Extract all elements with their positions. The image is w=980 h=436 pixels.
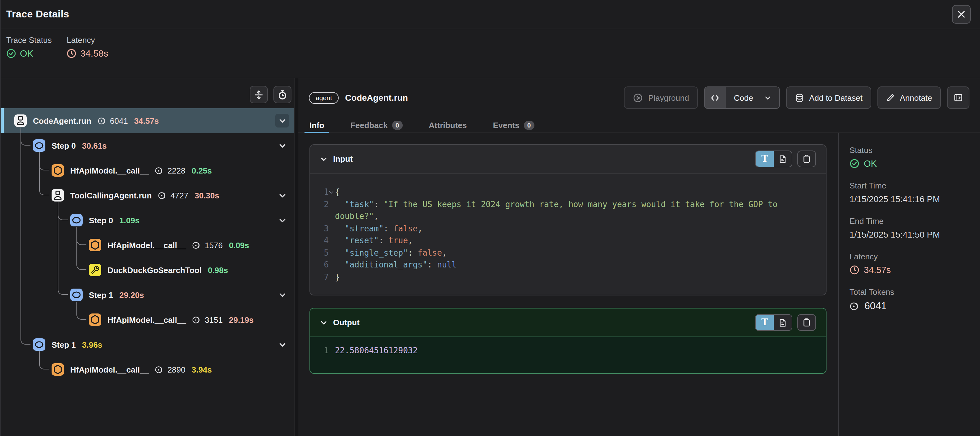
llm-icon bbox=[52, 363, 64, 376]
span-tree-row[interactable]: Step 129.20s bbox=[1, 283, 294, 307]
span-latency: 0.09s bbox=[229, 240, 249, 250]
span-name: Step 1 bbox=[89, 290, 113, 299]
end-time-value: 1/15/2025 15:41:50 PM bbox=[850, 230, 974, 240]
tokens-icon bbox=[97, 116, 107, 125]
tokens-icon bbox=[192, 315, 202, 324]
timeline-button[interactable] bbox=[274, 86, 291, 103]
close-icon bbox=[957, 10, 966, 19]
expand-collapse-icon bbox=[253, 89, 264, 100]
line-number: 5 bbox=[316, 247, 329, 259]
latency-value: 34.57s bbox=[850, 265, 974, 275]
code-line: 1{ bbox=[316, 186, 813, 198]
collapse-chevron-icon bbox=[320, 319, 328, 326]
tree-connector bbox=[39, 351, 49, 369]
tab-attributes[interactable]: Attributes bbox=[424, 117, 472, 133]
line-number: 1 bbox=[316, 186, 329, 198]
tab-feedback[interactable]: Feedback0 bbox=[345, 117, 408, 133]
tree-connector bbox=[58, 202, 68, 295]
chevron-down-icon bbox=[278, 142, 286, 150]
line-number: 3 bbox=[316, 222, 329, 235]
formatted-view-toggle[interactable] bbox=[774, 151, 792, 167]
collapse-row-button[interactable] bbox=[275, 288, 289, 302]
collapse-chevron-icon bbox=[320, 155, 328, 163]
annotate-button[interactable]: Annotate bbox=[877, 86, 941, 109]
span-tree-row[interactable]: DuckDuckGoSearchTool0.98s bbox=[1, 257, 294, 283]
code-dropdown-button[interactable]: Code bbox=[704, 86, 780, 109]
tab-count-badge: 0 bbox=[392, 120, 402, 130]
span-latency: 29.19s bbox=[229, 315, 254, 324]
add-to-dataset-button[interactable]: Add to Dataset bbox=[786, 86, 871, 109]
output-card-header[interactable]: Output T bbox=[310, 308, 826, 337]
collapse-row-button[interactable] bbox=[275, 338, 289, 351]
code-dropdown-label: Code bbox=[734, 93, 753, 102]
text-view-toggle[interactable]: T bbox=[756, 315, 774, 330]
total-tokens-group: Total Tokens 6041 bbox=[850, 287, 974, 311]
code-line: 6 "additional_args": null bbox=[316, 259, 813, 271]
collapse-row-button[interactable] bbox=[275, 188, 289, 202]
output-code-block[interactable]: 1 22.58064516129032 bbox=[310, 337, 826, 373]
stopwatch-icon bbox=[277, 89, 288, 100]
fold-caret-icon[interactable] bbox=[329, 189, 333, 194]
code-icon bbox=[705, 87, 726, 108]
token-count: 6041 bbox=[97, 116, 128, 125]
panel-right-icon bbox=[953, 93, 963, 103]
output-view-toggle: T bbox=[755, 314, 792, 331]
span-name: Step 0 bbox=[89, 216, 113, 225]
chevron-down-icon bbox=[278, 216, 286, 224]
span-latency: 30.30s bbox=[194, 191, 220, 200]
trace-status-block: Trace Status OK bbox=[6, 35, 52, 78]
span-latency: 29.20s bbox=[119, 290, 144, 299]
span-name: HfApiModel.__call__ bbox=[108, 315, 186, 324]
formatted-view-toggle[interactable] bbox=[774, 315, 792, 330]
copy-input-button[interactable] bbox=[797, 150, 816, 167]
step-icon bbox=[33, 139, 45, 152]
collapse-row-button[interactable] bbox=[275, 114, 289, 128]
pencil-icon bbox=[886, 93, 895, 102]
tab-info[interactable]: Info bbox=[304, 117, 329, 133]
document-icon bbox=[779, 318, 787, 327]
span-tree-row[interactable]: Step 01.09s bbox=[1, 208, 294, 233]
token-count: 4727 bbox=[158, 191, 188, 200]
expand-collapse-button[interactable] bbox=[250, 86, 268, 103]
chevron-down-icon bbox=[278, 117, 286, 125]
close-button[interactable] bbox=[952, 5, 970, 24]
trace-summary-bar: Trace Status OK Latency 34.58s bbox=[1, 29, 980, 78]
collapse-row-button[interactable] bbox=[275, 139, 289, 152]
span-latency: 30.61s bbox=[82, 141, 107, 150]
collapse-row-button[interactable] bbox=[275, 213, 289, 227]
code-line: 2 "task": "If the US keeps it 2024 growt… bbox=[316, 198, 813, 222]
toggle-side-panel-button[interactable] bbox=[947, 86, 969, 109]
panel-resize-handle[interactable] bbox=[294, 78, 298, 436]
tab-events[interactable]: Events0 bbox=[488, 117, 539, 133]
span-tree-row[interactable]: HfApiModel.__call__15760.09s bbox=[1, 233, 294, 257]
latency-label: Latency bbox=[850, 252, 974, 261]
output-value: 22.58064516129032 bbox=[335, 345, 813, 357]
line-number: 2 bbox=[316, 198, 329, 222]
step-icon bbox=[70, 289, 83, 301]
input-code-block[interactable]: 1{2 "task": "If the US keeps it 2024 gro… bbox=[310, 174, 826, 295]
span-latency: 34.57s bbox=[134, 116, 159, 125]
tokens-icon bbox=[158, 191, 167, 200]
input-card-header[interactable]: Input T bbox=[310, 145, 826, 174]
span-title: CodeAgent.run bbox=[345, 93, 408, 103]
span-io-section: Input T bbox=[298, 133, 838, 436]
text-view-toggle[interactable]: T bbox=[756, 151, 774, 167]
span-tree-row[interactable]: CodeAgent.run604134.57s bbox=[1, 108, 294, 133]
status-value: OK bbox=[850, 159, 974, 169]
span-latency: 3.96s bbox=[82, 340, 102, 349]
span-name: HfApiModel.__call__ bbox=[70, 365, 149, 374]
tree-connector bbox=[21, 128, 30, 345]
span-tree-row[interactable]: HfApiModel.__call__315129.19s bbox=[1, 307, 294, 332]
span-aside: Status OK Start Time 1/15/2025 15:41:16 … bbox=[838, 133, 980, 436]
text-icon: T bbox=[761, 318, 768, 327]
token-count: 2228 bbox=[155, 166, 186, 175]
clock-icon bbox=[67, 48, 76, 58]
span-name: Step 0 bbox=[52, 141, 76, 150]
input-card: Input T bbox=[309, 144, 827, 295]
token-count: 3151 bbox=[192, 315, 223, 324]
code-line: 3 "stream": false, bbox=[316, 222, 813, 235]
line-number: 7 bbox=[316, 271, 329, 283]
copy-output-button[interactable] bbox=[797, 314, 816, 331]
input-card-title: Input bbox=[333, 154, 353, 164]
playground-button[interactable]: Playground bbox=[624, 86, 698, 109]
